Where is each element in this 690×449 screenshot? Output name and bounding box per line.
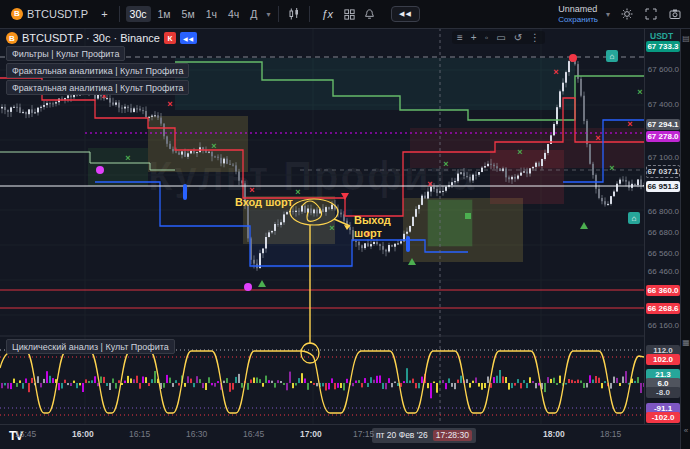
chart-legend: B BTCUSDT.P · 30с · Binance К ◀◀ Фильтры… xyxy=(6,32,197,95)
top-toolbar: B BTCUSDT.P + 30с 1м 5м 1ч 4ч Д ▾ ƒx xyxy=(0,0,690,29)
time-tick: 18:00 xyxy=(543,430,565,439)
list-icon[interactable]: ≡ xyxy=(457,32,463,43)
interval-1h[interactable]: 1ч xyxy=(202,6,221,23)
entry-annotation: Вход шорт xyxy=(235,196,294,208)
bell-icon xyxy=(363,8,376,21)
svg-text:×: × xyxy=(637,87,642,97)
undo-icon[interactable]: ↺ xyxy=(514,32,522,43)
layout-name-button[interactable]: Unnamed Сохранить xyxy=(558,4,598,24)
settings-button[interactable] xyxy=(618,5,636,23)
trading-terminal: B BTCUSDT.P + 30с 1м 5м 1ч 4ч Д ▾ ƒx xyxy=(0,0,690,449)
price-badge: 67 294.1 xyxy=(646,119,680,130)
price-badge: 66 268.6 xyxy=(646,303,680,314)
layout-dropdown-caret[interactable]: ▾ xyxy=(604,7,612,22)
divider xyxy=(278,6,279,22)
exit-annotation: Выход шорт xyxy=(354,214,394,239)
indicators-button[interactable]: ƒx xyxy=(316,6,338,23)
currency-label[interactable]: USDT xyxy=(650,31,673,41)
chart-style-button[interactable] xyxy=(285,5,303,23)
svg-text:×: × xyxy=(427,179,432,189)
price-badge: 102.0 xyxy=(646,354,680,365)
alert-button[interactable] xyxy=(361,6,378,23)
current-time: 17:28:30 xyxy=(433,430,472,441)
current-date: пт 20 Фев '26 xyxy=(376,431,428,440)
time-tick: 18:15 xyxy=(600,430,621,439)
layout-button[interactable] xyxy=(341,6,358,23)
svg-text:×: × xyxy=(627,119,632,129)
gear-icon xyxy=(620,7,634,21)
oscillator-title[interactable]: Циклический анализ | Культ Профита xyxy=(6,339,175,354)
symbol-logo-icon: B xyxy=(11,8,23,20)
time-tick: 16:15 xyxy=(129,430,150,439)
price-badge: 66 360.0 xyxy=(646,285,680,296)
svg-text:×: × xyxy=(249,185,254,195)
panel-top-icon[interactable]: ▤ xyxy=(681,34,690,43)
svg-text:×: × xyxy=(211,141,216,151)
interval-30s[interactable]: 30с xyxy=(126,6,151,23)
symbol-button[interactable]: B BTCUSDT.P xyxy=(6,5,93,23)
replay-button[interactable]: ◀◀ xyxy=(391,6,420,22)
toolbar-right-group: Unnamed Сохранить ▾ xyxy=(558,4,684,24)
svg-text:×: × xyxy=(329,223,334,233)
price-label: 67 100.0 xyxy=(648,154,679,162)
interval-4h[interactable]: 4ч xyxy=(224,6,243,23)
interval-1d[interactable]: Д xyxy=(246,6,261,23)
time-tick: 16:00 xyxy=(72,430,94,439)
svg-text:×: × xyxy=(443,159,448,169)
svg-text:×: × xyxy=(167,99,172,109)
price-badge: 67 037.1 xyxy=(646,165,680,178)
collapse-icon[interactable]: « xyxy=(681,426,690,435)
legend-symbol-text: BTCUSDT.P · 30с · Binance xyxy=(22,32,160,44)
legend-symbol-row[interactable]: B BTCUSDT.P · 30с · Binance К ◀◀ xyxy=(6,32,197,44)
price-scale[interactable]: USDT 67 600.067 400.067 100.066 800.066 … xyxy=(644,28,681,424)
fullscreen-button[interactable] xyxy=(642,5,660,23)
svg-text:×: × xyxy=(517,147,522,157)
kult-profita-badge: К xyxy=(164,32,176,44)
crosshair-icon[interactable]: ◦ xyxy=(485,32,489,43)
price-label: 67 600.0 xyxy=(648,66,679,74)
svg-text:⌂: ⌂ xyxy=(632,214,637,223)
svg-text:⌂: ⌂ xyxy=(610,52,615,61)
svg-text:×: × xyxy=(295,187,300,197)
candlestick-icon xyxy=(287,7,301,21)
price-badge: 67 733.3 xyxy=(646,41,680,52)
interval-dropdown-caret[interactable]: ▾ xyxy=(264,7,272,22)
compare-add-button[interactable]: + xyxy=(96,6,112,23)
floating-drawing-toolbar: ≡ + ◦ ▭ ↺ ⋮ xyxy=(452,31,545,44)
maximize-icon xyxy=(644,7,658,21)
layout-name: Unnamed xyxy=(558,4,597,14)
time-axis[interactable]: TV пт 20 Фев '26 17:28:30 15:4516:0016:1… xyxy=(0,424,680,449)
svg-text:×: × xyxy=(609,163,614,173)
screenshot-button[interactable] xyxy=(666,5,684,23)
interval-1m[interactable]: 1м xyxy=(154,6,175,23)
time-tick: 17:15 xyxy=(353,430,374,439)
symbol-logo-icon: B xyxy=(6,32,18,44)
price-badge: 66 951.3 xyxy=(646,181,680,192)
add-drawing-icon[interactable]: + xyxy=(471,32,477,43)
current-time-badge: пт 20 Фев '26 17:28:30 xyxy=(372,428,476,443)
svg-text:×: × xyxy=(125,153,130,163)
price-badge: -8.0 xyxy=(646,387,680,398)
right-sidebar: ▤▦« xyxy=(680,28,690,449)
price-badge: -102.0 xyxy=(646,412,680,423)
divider xyxy=(309,6,310,22)
indicator-filters[interactable]: Фильтры | Культ Профита xyxy=(6,46,125,61)
shapes-icon[interactable]: ▭ xyxy=(496,32,505,43)
divider xyxy=(119,6,120,22)
panel-mid-icon[interactable]: ▦ xyxy=(681,338,690,347)
grid-layout-icon xyxy=(343,8,356,21)
price-label: 66 680.0 xyxy=(648,229,679,237)
price-label: 67 400.0 xyxy=(648,101,679,109)
interval-5m[interactable]: 5м xyxy=(178,6,199,23)
more-icon[interactable]: ⋮ xyxy=(530,32,540,43)
time-tick: 17:00 xyxy=(300,430,322,439)
indicator-fractal-2[interactable]: Фрактальная аналитика | Культ Профита xyxy=(6,80,189,95)
svg-text:×: × xyxy=(595,133,600,143)
camera-icon xyxy=(668,7,682,21)
price-badge: 67 278.0 xyxy=(646,131,680,142)
time-tick: 15:45 xyxy=(15,430,36,439)
indicator-fractal-1[interactable]: Фрактальная аналитика | Культ Профита xyxy=(6,63,189,78)
price-label: 66 800.0 xyxy=(648,208,679,216)
save-button[interactable]: Сохранить xyxy=(558,15,598,24)
replay-badge-icon[interactable]: ◀◀ xyxy=(180,32,197,44)
